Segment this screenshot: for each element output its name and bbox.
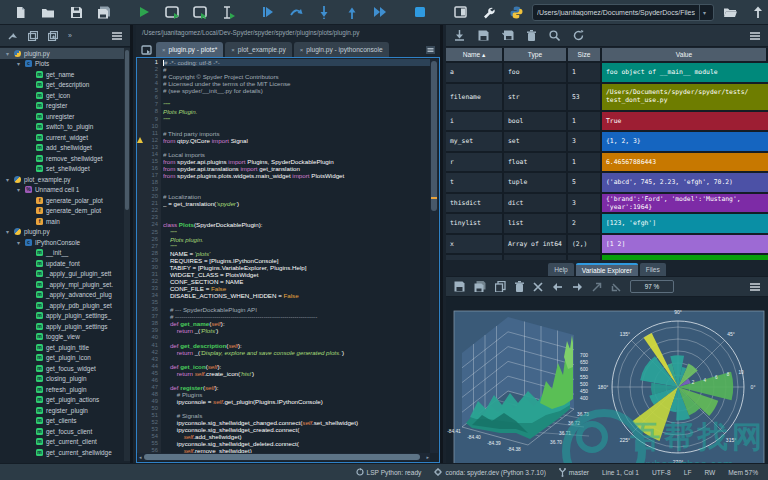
outline-item[interactable]: mrefresh_plugin	[0, 384, 124, 395]
editor-tab[interactable]: ×plugin.py - ipythonconsole	[294, 42, 389, 57]
chevron-down-icon[interactable]: ▾	[4, 50, 11, 57]
outline-item[interactable]: mremove_shellwidget	[0, 153, 124, 164]
editor-options-menu-icon[interactable]	[422, 42, 438, 57]
preferences-wrench-icon[interactable]	[476, 2, 500, 23]
lsp-status[interactable]: LSP Python: ready	[356, 468, 422, 476]
step-out-icon[interactable]	[340, 2, 364, 23]
python-logo-icon[interactable]	[504, 2, 528, 23]
variable-row[interactable]: my_setset3{1, 2, 3}	[446, 132, 768, 153]
plots-options-menu-icon[interactable]	[750, 283, 760, 291]
step-over-icon[interactable]	[284, 2, 308, 23]
editor-tab[interactable]: ×plot_example.py	[225, 42, 292, 57]
show-more-icon[interactable]: »	[68, 32, 72, 39]
outline-item[interactable]: m_apply_pdb_plugin_set	[0, 300, 124, 311]
continue-icon[interactable]	[368, 2, 392, 23]
new-file-icon[interactable]	[8, 2, 32, 23]
outline-item[interactable]: fgenerate_dem_plot	[0, 206, 124, 217]
variable-row[interactable]: filenamestr53/Users/Documents/spyder/spy…	[446, 84, 768, 112]
step-into-icon[interactable]	[312, 2, 336, 23]
debug-icon[interactable]	[256, 2, 280, 23]
variable-table[interactable]: Name ▴TypeSizeValueafoo1foo object of __…	[446, 48, 768, 276]
save-plot-icon[interactable]	[454, 281, 465, 292]
save-data-icon[interactable]	[478, 30, 489, 41]
outline-item[interactable]: m__init__	[0, 248, 124, 259]
column-header-size[interactable]: Size	[568, 48, 602, 61]
browse-tabs-icon[interactable]	[138, 42, 154, 57]
combo-caret-icon[interactable]: ▾	[699, 5, 709, 20]
remove-plot-icon[interactable]	[515, 281, 524, 292]
column-header-value[interactable]: Value	[602, 48, 768, 61]
chevron-down-icon[interactable]: ▾	[4, 228, 11, 235]
search-icon[interactable]	[549, 30, 560, 41]
outline-item[interactable]: fgenerate_polar_plot	[0, 195, 124, 206]
outline-item[interactable]: mget_plugin_title	[0, 342, 124, 353]
outline-item[interactable]: madd_shellwidget	[0, 143, 124, 154]
go-to-cursor-icon[interactable]	[8, 31, 18, 40]
pane-tab-help[interactable]: Help	[548, 263, 574, 276]
variable-explorer-options-menu-icon[interactable]	[750, 32, 760, 40]
outline-item[interactable]: mget_focus_client	[0, 426, 124, 437]
refresh-icon[interactable]	[573, 30, 584, 41]
outline-item[interactable]: mapply_plugin_settings_	[0, 311, 124, 322]
zoom-in-icon[interactable]	[592, 282, 602, 292]
close-tab-icon[interactable]: ×	[231, 47, 235, 53]
outline-item[interactable]: mget_description	[0, 80, 124, 91]
variable-row[interactable]: tinylistlist2[123, 'efgh']	[446, 214, 768, 235]
outline-item[interactable]: mtoggle_view	[0, 332, 124, 343]
open-file-icon[interactable]	[36, 2, 60, 23]
outline-item[interactable]: mget_name	[0, 69, 124, 80]
variable-row[interactable]: ibool1True	[446, 112, 768, 133]
code-text[interactable]: # -*- coding: utf-8 -*-## Copyright © Sp…	[163, 59, 430, 453]
variable-row[interactable]: thisdictdict3{'brand':'Ford', 'model':'M…	[446, 194, 768, 215]
variable-row[interactable]: afoo1foo object of __main__ module	[446, 63, 768, 84]
close-tab-icon[interactable]: ×	[300, 47, 304, 53]
outline-item[interactable]: mget_plugin_actions	[0, 395, 124, 406]
outline-item[interactable]: mapply_plugin_settings	[0, 321, 124, 332]
outline-item[interactable]: mget_focus_widget	[0, 363, 124, 374]
save-all-icon[interactable]	[92, 2, 116, 23]
outline-scrollbar[interactable]	[124, 48, 130, 461]
outline-item[interactable]: mget_icon	[0, 90, 124, 101]
stop-icon[interactable]	[408, 2, 432, 23]
outline-item[interactable]: mclosing_plugin	[0, 374, 124, 385]
editor-horizontal-scrollbar[interactable]: ◂▸	[138, 453, 430, 461]
run-cell-icon[interactable]	[160, 2, 184, 23]
outline-item[interactable]: m_apply_gui_plugin_sett	[0, 269, 124, 280]
git-branch-status[interactable]: master	[559, 468, 589, 477]
outline-item[interactable]: ▾%Unnamed cell 1	[0, 185, 124, 196]
copy-image-icon[interactable]	[495, 281, 506, 292]
chevron-down-icon[interactable]: ▾	[15, 60, 22, 67]
chevron-down-icon[interactable]: ▾	[15, 239, 22, 246]
outline-item[interactable]: m_apply_advanced_plug	[0, 290, 124, 301]
outline-item[interactable]: mregister_plugin	[0, 405, 124, 416]
column-header-name[interactable]: Name ▴	[446, 48, 504, 61]
outline-item[interactable]: mget_clients	[0, 416, 124, 427]
conda-env-status[interactable]: conda: spyder.dev (Python 3.7.10)	[434, 468, 545, 476]
outline-item[interactable]: ▾cIPythonConsole	[0, 237, 124, 248]
outline-item[interactable]: mget_current_client	[0, 437, 124, 448]
run-cell-advance-icon[interactable]	[188, 2, 212, 23]
remove-variable-icon[interactable]	[527, 30, 536, 41]
collapse-all-icon[interactable]	[28, 31, 38, 41]
code-editor[interactable]: 1234567891011121314151617181920212223242…	[136, 57, 440, 463]
outline-item[interactable]: fmain	[0, 216, 124, 227]
outline-item[interactable]: mswitch_to_plugin	[0, 122, 124, 133]
outline-item[interactable]: m_apply_mpl_plugin_set.	[0, 279, 124, 290]
column-header-type[interactable]: Type	[504, 48, 568, 61]
import-data-icon[interactable]	[454, 30, 465, 41]
outline-item[interactable]: mset_shellwidget	[0, 164, 124, 175]
pane-tab-files[interactable]: Files	[640, 263, 666, 276]
outline-item[interactable]: mupdate_font	[0, 258, 124, 269]
parent-directory-icon[interactable]	[746, 2, 768, 23]
maximize-pane-icon[interactable]	[448, 2, 472, 23]
previous-plot-icon[interactable]	[552, 282, 563, 292]
outline-item[interactable]: ▾plugin.py	[0, 227, 124, 238]
zoom-out-icon[interactable]	[611, 282, 621, 292]
editor-tab[interactable]: ×plugin.py - plots*	[156, 42, 223, 57]
run-selection-icon[interactable]	[216, 2, 240, 23]
outline-options-menu-icon[interactable]	[112, 32, 122, 40]
outline-item[interactable]: mcurrent_widget	[0, 132, 124, 143]
plots-figure-canvas[interactable]: 700650600550500450400-84.41-84.40-84.39-…	[446, 297, 768, 475]
variable-row[interactable]: rfloat16.46567886443	[446, 153, 768, 174]
save-all-plots-icon[interactable]	[474, 281, 486, 292]
